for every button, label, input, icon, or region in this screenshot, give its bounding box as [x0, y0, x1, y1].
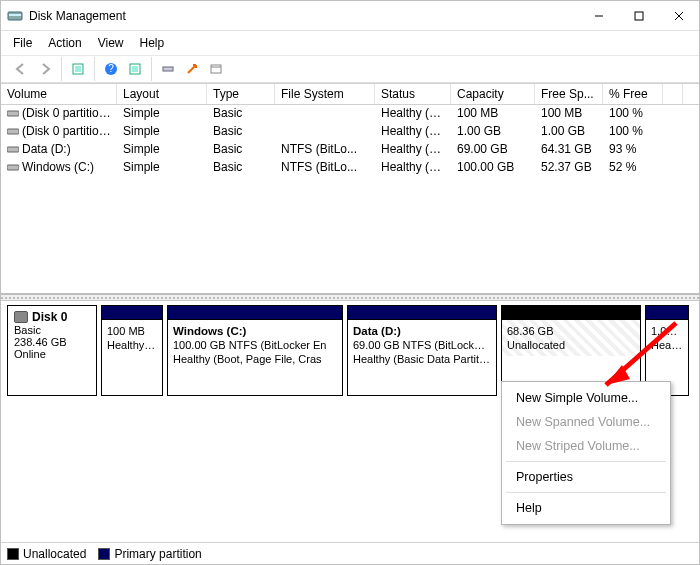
col-volume[interactable]: Volume [1, 84, 117, 104]
ctx-separator-2 [506, 492, 666, 493]
refresh-button[interactable] [67, 58, 89, 80]
cell: 100 % [603, 123, 663, 141]
legend-unallocated: Unallocated [7, 547, 86, 561]
titlebar: Disk Management [1, 1, 699, 31]
volume-list: Volume Layout Type File System Status Ca… [1, 83, 699, 295]
minimize-button[interactable] [579, 1, 619, 31]
cell: Simple [117, 123, 207, 141]
partition[interactable]: 100 MBHealthy (E [101, 305, 163, 396]
tool-a-button[interactable] [157, 58, 179, 80]
cell [275, 105, 375, 123]
svg-rect-17 [7, 147, 19, 152]
drive-icon [7, 125, 19, 135]
context-menu: New Simple Volume... New Spanned Volume.… [501, 381, 671, 525]
app-icon [7, 8, 23, 24]
settings-button[interactable] [124, 58, 146, 80]
disk-icon [14, 311, 28, 323]
volume-rows: (Disk 0 partition 1)SimpleBasicHealthy (… [1, 105, 699, 295]
cell: 1.00 GB [535, 123, 603, 141]
back-button[interactable] [10, 58, 32, 80]
ctx-help[interactable]: Help [502, 496, 670, 520]
cell: (Disk 0 partition 5) [1, 123, 117, 141]
table-row[interactable]: Data (D:)SimpleBasicNTFS (BitLo...Health… [1, 141, 699, 159]
drive-icon [7, 161, 19, 171]
cell: NTFS (BitLo... [275, 141, 375, 159]
svg-rect-1 [9, 14, 21, 16]
col-status[interactable]: Status [375, 84, 451, 104]
cell: 52 % [603, 159, 663, 177]
col-pct[interactable]: % Free [603, 84, 663, 104]
volume-list-header: Volume Layout Type File System Status Ca… [1, 83, 699, 105]
cell: 100 % [603, 105, 663, 123]
window-buttons [579, 1, 699, 31]
ctx-new-spanned: New Spanned Volume... [502, 410, 670, 434]
cell: Healthy (B... [375, 141, 451, 159]
cell: Data (D:) [1, 141, 117, 159]
col-fs[interactable]: File System [275, 84, 375, 104]
cell: NTFS (BitLo... [275, 159, 375, 177]
statusbar: Unallocated Primary partition [1, 542, 699, 564]
svg-rect-12 [163, 67, 173, 71]
close-button[interactable] [659, 1, 699, 31]
col-free[interactable]: Free Sp... [535, 84, 603, 104]
cell: 93 % [603, 141, 663, 159]
cell: 69.00 GB [451, 141, 535, 159]
drive-icon [7, 107, 19, 117]
col-spacer [663, 84, 683, 104]
tool-b-button[interactable] [181, 58, 203, 80]
svg-rect-13 [211, 65, 221, 73]
table-row[interactable]: Windows (C:)SimpleBasicNTFS (BitLo...Hea… [1, 159, 699, 177]
ctx-separator [506, 461, 666, 462]
disk-label: Disk 0 [32, 310, 67, 324]
splitter[interactable] [1, 295, 699, 301]
forward-button[interactable] [34, 58, 56, 80]
cell: (Disk 0 partition 1) [1, 105, 117, 123]
drive-icon [7, 143, 19, 153]
window-title: Disk Management [29, 9, 579, 23]
svg-rect-15 [7, 111, 19, 116]
partition[interactable]: Windows (C:)100.00 GB NTFS (BitLocker En… [167, 305, 343, 396]
svg-rect-16 [7, 129, 19, 134]
cell: Basic [207, 141, 275, 159]
col-capacity[interactable]: Capacity [451, 84, 535, 104]
col-type[interactable]: Type [207, 84, 275, 104]
menubar: File Action View Help [1, 31, 699, 55]
disk-size: 238.46 GB [14, 336, 90, 348]
cell: 100 MB [535, 105, 603, 123]
cell: Simple [117, 105, 207, 123]
menu-view[interactable]: View [90, 33, 132, 53]
cell: Healthy (E... [375, 105, 451, 123]
partition[interactable]: Data (D:)69.00 GB NTFS (BitLocker EnHeal… [347, 305, 497, 396]
svg-rect-11 [132, 66, 138, 72]
tool-c-button[interactable] [205, 58, 227, 80]
legend-primary-label: Primary partition [114, 547, 201, 561]
ctx-new-striped: New Striped Volume... [502, 434, 670, 458]
cell: Simple [117, 141, 207, 159]
cell: Basic [207, 123, 275, 141]
table-row[interactable]: (Disk 0 partition 5)SimpleBasicHealthy (… [1, 123, 699, 141]
cell [275, 123, 375, 141]
cell: 64.31 GB [535, 141, 603, 159]
cell: 100 MB [451, 105, 535, 123]
cell: Basic [207, 159, 275, 177]
menu-action[interactable]: Action [40, 33, 89, 53]
cell: 52.37 GB [535, 159, 603, 177]
cell: Simple [117, 159, 207, 177]
cell: 1.00 GB [451, 123, 535, 141]
menu-help[interactable]: Help [132, 33, 173, 53]
toolbar: ? [1, 55, 699, 83]
col-layout[interactable]: Layout [117, 84, 207, 104]
help-button[interactable]: ? [100, 58, 122, 80]
legend-unallocated-label: Unallocated [23, 547, 86, 561]
maximize-button[interactable] [619, 1, 659, 31]
cell: Basic [207, 105, 275, 123]
disk-state: Online [14, 348, 90, 360]
legend-primary: Primary partition [98, 547, 201, 561]
menu-file[interactable]: File [5, 33, 40, 53]
disk-info[interactable]: Disk 0 Basic 238.46 GB Online [7, 305, 97, 396]
ctx-properties[interactable]: Properties [502, 465, 670, 489]
ctx-new-simple[interactable]: New Simple Volume... [502, 386, 670, 410]
svg-rect-18 [7, 165, 19, 170]
cell: Healthy (R... [375, 123, 451, 141]
table-row[interactable]: (Disk 0 partition 1)SimpleBasicHealthy (… [1, 105, 699, 123]
